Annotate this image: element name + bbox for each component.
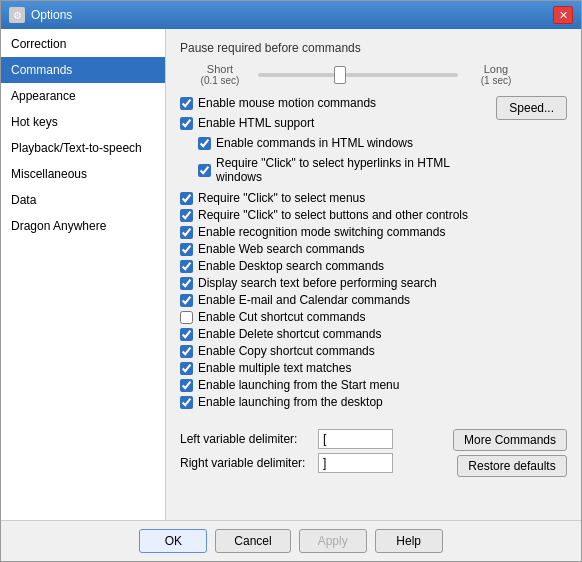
- mouse-motion-label: Enable mouse motion commands: [198, 96, 376, 110]
- display-search-label: Display search text before performing se…: [198, 276, 437, 290]
- html-support-checkbox[interactable]: [180, 117, 193, 130]
- checkbox-click-buttons: Require "Click" to select buttons and ot…: [180, 208, 567, 222]
- delete-shortcut-label: Enable Delete shortcut commands: [198, 327, 381, 341]
- restore-defaults-button[interactable]: Restore defaults: [457, 455, 567, 477]
- sidebar-item-correction[interactable]: Correction: [1, 31, 165, 57]
- recognition-mode-label: Enable recognition mode switching comman…: [198, 225, 445, 239]
- delete-shortcut-checkbox[interactable]: [180, 328, 193, 341]
- cut-shortcut-label: Enable Cut shortcut commands: [198, 310, 365, 324]
- multiple-text-label: Enable multiple text matches: [198, 361, 351, 375]
- click-buttons-checkbox[interactable]: [180, 209, 193, 222]
- commands-panel: Pause required before commands Short (0.…: [166, 29, 581, 520]
- sidebar-item-playback[interactable]: Playback/Text-to-speech: [1, 135, 165, 161]
- checkbox-web-search: Enable Web search commands: [180, 242, 567, 256]
- recognition-mode-checkbox[interactable]: [180, 226, 193, 239]
- slider-thumb[interactable]: [334, 66, 346, 84]
- close-button[interactable]: ✕: [553, 6, 573, 24]
- checkbox-mouse-motion: Enable mouse motion commands: [180, 96, 496, 110]
- section-title: Pause required before commands: [180, 41, 567, 55]
- title-bar: ⚙ Options ✕: [1, 1, 581, 29]
- main-content: CorrectionCommandsAppearanceHot keysPlay…: [1, 29, 581, 520]
- left-delimiter-input[interactable]: [318, 429, 393, 449]
- desktop-search-label: Enable Desktop search commands: [198, 259, 384, 273]
- email-calendar-checkbox[interactable]: [180, 294, 193, 307]
- checkbox-click-menus: Require "Click" to select menus: [180, 191, 567, 205]
- long-label: Long (1 sec): [466, 63, 526, 86]
- checkbox-delete-shortcut: Enable Delete shortcut commands: [180, 327, 567, 341]
- checkbox-start-menu: Enable launching from the Start menu: [180, 378, 567, 392]
- click-buttons-label: Require "Click" to select buttons and ot…: [198, 208, 468, 222]
- start-menu-checkbox[interactable]: [180, 379, 193, 392]
- desktop-launch-checkbox[interactable]: [180, 396, 193, 409]
- right-delimiter-row: Right variable delimiter:: [180, 453, 393, 473]
- sidebar-item-dragon-anywhere[interactable]: Dragon Anywhere: [1, 213, 165, 239]
- checkbox-desktop-search: Enable Desktop search commands: [180, 259, 567, 273]
- short-label: Short (0.1 sec): [190, 63, 250, 86]
- mouse-commands-left: Enable mouse motion commands Enable HTML…: [180, 96, 496, 187]
- window-title: Options: [31, 8, 72, 22]
- checkbox-html-hyperlinks: Require "Click" to select hyperlinks in …: [180, 156, 496, 184]
- html-support-label: Enable HTML support: [198, 116, 314, 130]
- right-delimiter-label: Right variable delimiter:: [180, 456, 310, 470]
- window-icon: ⚙: [9, 7, 25, 23]
- right-delimiter-input[interactable]: [318, 453, 393, 473]
- left-delimiter-row: Left variable delimiter:: [180, 429, 393, 449]
- checkbox-recognition-mode: Enable recognition mode switching comman…: [180, 225, 567, 239]
- apply-button[interactable]: Apply: [299, 529, 367, 553]
- display-search-checkbox[interactable]: [180, 277, 193, 290]
- html-commands-checkbox[interactable]: [198, 137, 211, 150]
- checkbox-cut-shortcut: Enable Cut shortcut commands: [180, 310, 567, 324]
- footer: OK Cancel Apply Help: [1, 520, 581, 561]
- desktop-launch-label: Enable launching from the desktop: [198, 395, 383, 409]
- speed-slider[interactable]: [258, 73, 458, 77]
- more-commands-button[interactable]: More Commands: [453, 429, 567, 451]
- html-hyperlinks-checkbox[interactable]: [198, 164, 211, 177]
- checkbox-html-support: Enable HTML support: [180, 116, 496, 130]
- slider-section: Short (0.1 sec) Long (1 sec): [180, 63, 567, 86]
- sidebar-item-appearance[interactable]: Appearance: [1, 83, 165, 109]
- checkbox-multiple-text: Enable multiple text matches: [180, 361, 567, 375]
- action-buttons: More Commands Restore defaults: [453, 429, 567, 477]
- speed-button[interactable]: Speed...: [496, 96, 567, 120]
- mouse-motion-checkbox[interactable]: [180, 97, 193, 110]
- web-search-label: Enable Web search commands: [198, 242, 365, 256]
- sidebar: CorrectionCommandsAppearanceHot keysPlay…: [1, 29, 166, 520]
- ok-button[interactable]: OK: [139, 529, 207, 553]
- sidebar-item-miscellaneous[interactable]: Miscellaneous: [1, 161, 165, 187]
- multiple-text-checkbox[interactable]: [180, 362, 193, 375]
- mouse-commands-row: Enable mouse motion commands Enable HTML…: [180, 96, 567, 187]
- checkbox-desktop-launch: Enable launching from the desktop: [180, 395, 567, 409]
- left-delimiter-label: Left variable delimiter:: [180, 432, 310, 446]
- copy-shortcut-checkbox[interactable]: [180, 345, 193, 358]
- sidebar-item-commands[interactable]: Commands: [1, 57, 165, 83]
- checkbox-html-commands: Enable commands in HTML windows: [180, 136, 496, 150]
- html-commands-label: Enable commands in HTML windows: [216, 136, 413, 150]
- help-button[interactable]: Help: [375, 529, 443, 553]
- delimiter-buttons-section: Left variable delimiter: Right variable …: [180, 419, 567, 477]
- web-search-checkbox[interactable]: [180, 243, 193, 256]
- cancel-button[interactable]: Cancel: [215, 529, 290, 553]
- checkbox-display-search: Display search text before performing se…: [180, 276, 567, 290]
- click-menus-label: Require "Click" to select menus: [198, 191, 365, 205]
- options-window: ⚙ Options ✕ CorrectionCommandsAppearance…: [0, 0, 582, 562]
- checkbox-copy-shortcut: Enable Copy shortcut commands: [180, 344, 567, 358]
- sidebar-item-data[interactable]: Data: [1, 187, 165, 213]
- cut-shortcut-checkbox[interactable]: [180, 311, 193, 324]
- click-menus-checkbox[interactable]: [180, 192, 193, 205]
- checkbox-email-calendar: Enable E-mail and Calendar commands: [180, 293, 567, 307]
- desktop-search-checkbox[interactable]: [180, 260, 193, 273]
- delimiter-section: Left variable delimiter: Right variable …: [180, 429, 393, 477]
- html-hyperlinks-label: Require "Click" to select hyperlinks in …: [216, 156, 496, 184]
- title-bar-left: ⚙ Options: [9, 7, 72, 23]
- start-menu-label: Enable launching from the Start menu: [198, 378, 399, 392]
- sidebar-item-hot-keys[interactable]: Hot keys: [1, 109, 165, 135]
- email-calendar-label: Enable E-mail and Calendar commands: [198, 293, 410, 307]
- copy-shortcut-label: Enable Copy shortcut commands: [198, 344, 375, 358]
